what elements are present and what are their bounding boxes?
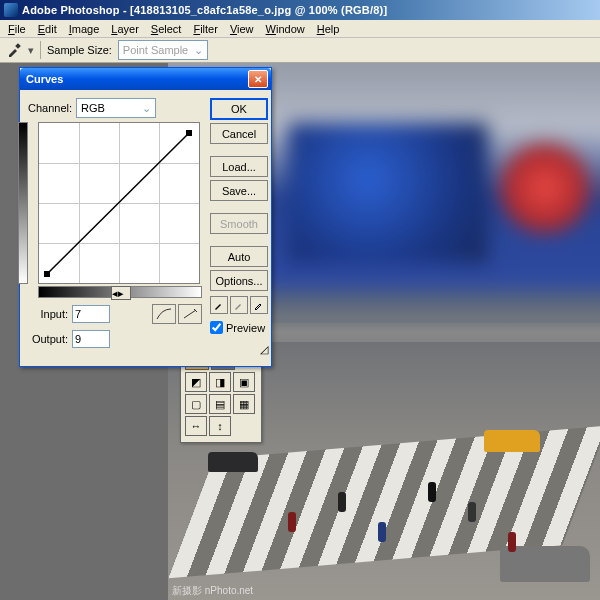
chevron-down-icon: ⌄ <box>194 44 203 57</box>
curves-dialog: Curves ✕ Channel: RGB ⌄ <box>19 67 272 367</box>
separator <box>40 41 41 59</box>
menu-layer[interactable]: Layer <box>105 22 145 36</box>
load-button[interactable]: Load... <box>210 156 268 177</box>
smooth-button: Smooth <box>210 213 268 234</box>
mode-btn-7[interactable]: ↔ <box>185 416 207 436</box>
options-bar: ▾ Sample Size: Point Sample ⌄ <box>0 38 600 63</box>
save-button[interactable]: Save... <box>210 180 268 201</box>
menu-filter[interactable]: Filter <box>187 22 223 36</box>
cancel-button[interactable]: Cancel <box>210 123 268 144</box>
eyedropper-tool-icon[interactable] <box>6 42 22 58</box>
chevron-down-icon: ⌄ <box>142 102 151 115</box>
mode-btn-8[interactable]: ↕ <box>209 416 231 436</box>
output-gradient <box>18 122 28 284</box>
channel-value: RGB <box>81 102 105 114</box>
sample-size-value: Point Sample <box>123 44 188 56</box>
options-button[interactable]: Options... <box>210 270 268 291</box>
auto-button[interactable]: Auto <box>210 246 268 267</box>
menu-window[interactable]: Window <box>260 22 311 36</box>
output-field[interactable] <box>72 330 110 348</box>
menu-edit[interactable]: Edit <box>32 22 63 36</box>
mode-btn-2[interactable]: ◨ <box>209 372 231 392</box>
sample-size-label: Sample Size: <box>47 44 112 56</box>
window-title: Adobe Photoshop - [418813105_c8afc1a58e_… <box>22 4 387 16</box>
mode-btn-1[interactable]: ◩ <box>185 372 207 392</box>
mode-btn-3[interactable]: ▣ <box>233 372 255 392</box>
preview-label: Preview <box>226 322 265 334</box>
ok-button[interactable]: OK <box>210 98 268 120</box>
curve-graph[interactable] <box>38 122 200 284</box>
close-button[interactable]: ✕ <box>248 70 268 88</box>
tool-dropdown-icon[interactable]: ▾ <box>28 44 34 57</box>
sample-size-combo[interactable]: Point Sample ⌄ <box>118 40 208 60</box>
window-titlebar: Adobe Photoshop - [418813105_c8afc1a58e_… <box>0 0 600 20</box>
resize-grip-icon[interactable]: ◿ <box>210 343 268 356</box>
svg-rect-3 <box>186 130 192 136</box>
output-label: Output: <box>28 333 68 345</box>
channel-combo[interactable]: RGB ⌄ <box>76 98 156 118</box>
mode-btn-6[interactable]: ▦ <box>233 394 255 414</box>
channel-label: Channel: <box>28 102 72 114</box>
svg-line-1 <box>47 133 189 274</box>
curve-mode-button[interactable] <box>152 304 176 324</box>
menu-help[interactable]: Help <box>311 22 346 36</box>
menubar: File Edit Image Layer Select Filter View… <box>0 20 600 38</box>
dialog-title: Curves <box>26 73 63 85</box>
preview-row[interactable]: Preview <box>210 321 268 334</box>
input-gradient[interactable]: ◂▸ <box>38 286 202 298</box>
svg-rect-0 <box>15 43 21 49</box>
black-point-eyedropper[interactable] <box>210 296 228 314</box>
input-label: Input: <box>28 308 68 320</box>
app-icon <box>4 3 18 17</box>
mode-btn-5[interactable]: ▤ <box>209 394 231 414</box>
preview-checkbox[interactable] <box>210 321 223 334</box>
mode-btn-4[interactable]: ▢ <box>185 394 207 414</box>
watermark: 新摄影 nPhoto.net <box>172 584 253 598</box>
menu-view[interactable]: View <box>224 22 260 36</box>
svg-rect-2 <box>44 271 50 277</box>
workspace: 新摄影 nPhoto.net ◩◨▣ ▢▤▦ ↔↕ Curves ✕ Chann… <box>0 63 600 600</box>
white-point-eyedropper[interactable] <box>250 296 268 314</box>
input-field[interactable] <box>72 305 110 323</box>
menu-select[interactable]: Select <box>145 22 188 36</box>
dialog-titlebar[interactable]: Curves ✕ <box>20 68 271 90</box>
gray-point-eyedropper[interactable] <box>230 296 248 314</box>
menu-image[interactable]: Image <box>63 22 106 36</box>
pencil-mode-button[interactable] <box>178 304 202 324</box>
menu-file[interactable]: File <box>2 22 32 36</box>
gradient-slider-icon[interactable]: ◂▸ <box>111 286 131 300</box>
